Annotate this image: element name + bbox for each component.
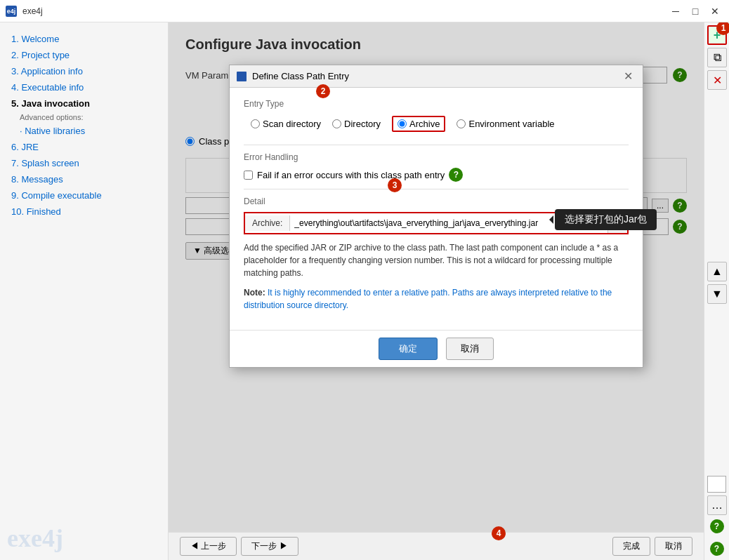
browse-icon: … [711, 499, 723, 512]
entry-type-options: Scan directory Directory Archive [244, 116, 629, 132]
content-area: 1. Welcome 2. Project type 3. Applicatio… [0, 22, 729, 560]
note-text: It is highly recommended to enter a rela… [244, 288, 612, 310]
main-panel: Configure Java invocation VM Parameters:… [169, 22, 704, 532]
directory-label: Directory [344, 119, 381, 129]
bottom-nav-bar: ◀ 上一步 下一步 ▶ 完成 取消 [169, 532, 704, 560]
sidebar-item-messages[interactable]: 8. Messages [0, 171, 168, 187]
badge-1: 1 [716, 22, 729, 35]
main-window: e4j exe4j ─ □ ✕ 1. Welcome 2. Project ty… [0, 0, 729, 560]
classpath-help-1[interactable]: ? [710, 519, 724, 533]
sidebar-item-compile-executable[interactable]: 9. Compile executable [0, 187, 168, 204]
close-button[interactable]: ✕ [707, 3, 723, 20]
error-check-row: Fail if an error occurs with this class … [244, 168, 629, 182]
maximize-button[interactable]: □ [687, 3, 704, 20]
sidebar-item-jre[interactable]: 6. JRE [0, 139, 168, 155]
sidebar-watermark: exe4j [7, 524, 63, 553]
right-toolbar: 1 + ⧉ ✕ ▲ ▼ … ? [704, 22, 729, 560]
dialog-ok-button[interactable]: 确定 [379, 338, 438, 360]
badge-3: 3 [388, 178, 402, 192]
add-btn-wrapper: 1 + [707, 25, 726, 46]
title-bar: e4j exe4j ─ □ ✕ [0, 0, 729, 22]
environment-variable-radio[interactable] [457, 119, 466, 128]
dialog-cancel-button[interactable]: 取消 [446, 338, 494, 360]
app-icon: e4j [6, 6, 17, 17]
sidebar-item-welcome[interactable]: 1. Welcome [0, 31, 168, 47]
delete-icon: ✕ [713, 74, 722, 87]
window-title: exe4j [22, 6, 667, 16]
archive-radio[interactable] [398, 119, 407, 128]
tooltip: 选择要打包的Jar包 [555, 209, 657, 230]
badge-4: 4 [492, 526, 506, 540]
sidebar-item-java-invocation[interactable]: 5. Java invocation [0, 95, 168, 112]
entry-type-section-label: Entry Type [244, 99, 629, 109]
sidebar-advanced-label: Advanced options: [0, 112, 168, 123]
move-down-button[interactable]: ▼ [707, 284, 727, 304]
window-controls: ─ □ ✕ [667, 3, 723, 20]
sidebar-item-finished[interactable]: 10. Finished [0, 204, 168, 220]
note-label: Note: [244, 288, 268, 298]
minimize-button[interactable]: ─ [667, 3, 684, 20]
error-handling-help[interactable]: ? [449, 168, 463, 182]
copy-icon: ⧉ [714, 51, 721, 64]
divider-2 [244, 189, 629, 189]
info-text-2: Note: It is highly recommended to enter … [244, 286, 629, 312]
classpath-input-area [707, 476, 726, 493]
archive-option: Archive [392, 116, 445, 132]
detail-label: Detail [244, 196, 629, 206]
environment-variable-label: Environment variable [468, 119, 554, 129]
up-icon: ▲ [711, 265, 723, 278]
dialog-close-button[interactable]: ✕ [621, 69, 636, 83]
error-handling-label: Error Handling [244, 152, 629, 162]
move-up-button[interactable]: ▲ [707, 262, 727, 281]
prev-button[interactable]: ◀ 上一步 [180, 537, 237, 556]
next-button[interactable]: 下一步 ▶ [241, 537, 298, 556]
scan-directory-radio[interactable] [251, 119, 260, 128]
archive-field-label: Archive: [245, 215, 290, 231]
dialog-overlay: 选择要打包的Jar包 2 3 Defi [169, 22, 704, 532]
classpath-browse-button[interactable]: … [707, 495, 727, 515]
right-action-group: 完成 取消 [612, 537, 692, 556]
directory-option: Directory [332, 119, 381, 129]
nav-btn-group: ◀ 上一步 下一步 ▶ [180, 537, 298, 556]
copy-entry-button[interactable]: ⧉ [707, 48, 727, 67]
classpath-help-2[interactable]: ? [710, 542, 724, 556]
dialog-title: Define Class Path Entry [252, 71, 615, 81]
sidebar-item-application-info[interactable]: 3. Application info [0, 63, 168, 79]
error-handling-checkbox[interactable] [244, 171, 253, 180]
environment-variable-option: Environment variable [457, 119, 554, 129]
sidebar-item-splash-screen[interactable]: 7. Splash screen [0, 155, 168, 171]
dialog-icon [237, 72, 247, 81]
sidebar-item-project-type[interactable]: 2. Project type [0, 47, 168, 63]
sidebar-item-executable-info[interactable]: 4. Executable info [0, 79, 168, 95]
cancel-button[interactable]: 取消 [655, 537, 692, 556]
down-icon: ▼ [711, 288, 723, 300]
scan-directory-label: Scan directory [263, 119, 321, 129]
dialog-footer: 确定 取消 [230, 330, 643, 367]
sidebar: 1. Welcome 2. Project type 3. Applicatio… [0, 22, 169, 560]
archive-label: Archive [409, 119, 440, 129]
badge-2: 2 [316, 84, 330, 98]
directory-radio[interactable] [332, 119, 341, 128]
finish-button[interactable]: 完成 [612, 537, 650, 556]
info-text-1: Add the specified JAR or ZIP archive to … [244, 241, 629, 279]
sidebar-item-native-libraries[interactable]: · Native libraries [0, 123, 168, 139]
scan-directory-option: Scan directory [251, 119, 321, 129]
error-handling-check-label: Fail if an error occurs with this class … [257, 170, 445, 180]
main-content-area: Configure Java invocation VM Parameters:… [169, 22, 704, 560]
delete-entry-button[interactable]: ✕ [707, 70, 727, 90]
dialog-titlebar: Define Class Path Entry ✕ [230, 65, 643, 88]
divider-1 [244, 145, 629, 145]
